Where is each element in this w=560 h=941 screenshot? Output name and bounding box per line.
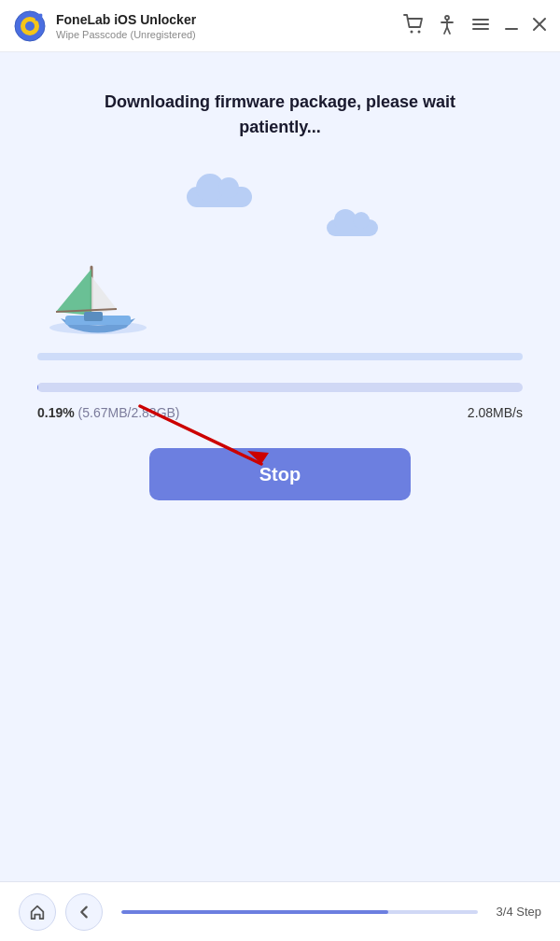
progress-track [37,383,523,392]
cloud-2 [327,219,378,236]
app-subtitle: Wipe Passcode (Unregistered) [56,29,403,40]
progress-fill [37,383,38,392]
button-section: Stop [37,448,523,500]
progress-container [37,383,523,392]
heading: Downloading firmware package, please wai… [105,90,455,140]
cart-icon[interactable] [403,14,424,37]
svg-line-10 [447,27,450,34]
step-label: 3/4 Step [497,905,541,919]
bottom-bar: 3/4 Step [0,881,560,941]
menu-icon[interactable] [470,14,491,37]
progress-stats-left: 0.19% (5.67MB/2.83GB) [37,405,180,420]
bottom-progress-track [121,910,478,914]
download-speed: 2.08MB/s [468,405,523,420]
water-line [37,353,523,360]
sailboat [47,248,149,345]
bottom-progress-fill [121,910,388,914]
svg-rect-21 [84,312,103,321]
cloud-1 [187,187,252,207]
svg-point-4 [411,31,413,34]
progress-percent: 0.19% [37,405,75,420]
title-bar-actions [403,14,547,37]
stats-row: 0.19% (5.67MB/2.83GB) 2.08MB/s [37,405,523,420]
title-bar-text: FoneLab iOS Unlocker Wipe Passcode (Unre… [56,11,403,39]
title-bar: FoneLab iOS Unlocker Wipe Passcode (Unre… [0,0,560,52]
svg-point-5 [418,31,421,34]
main-content: Downloading firmware package, please wai… [0,52,560,500]
app-name: FoneLab iOS Unlocker [56,11,403,28]
svg-point-2 [25,21,35,31]
minimize-icon[interactable] [504,17,519,35]
stop-button[interactable]: Stop [149,448,411,500]
size-info: (5.67MB/2.83GB) [78,405,180,420]
back-button[interactable] [65,893,103,931]
accessibility-icon[interactable] [437,14,457,37]
illustration-area [37,168,523,373]
close-icon[interactable] [532,17,547,35]
home-button[interactable] [19,893,56,931]
app-logo [13,9,47,43]
